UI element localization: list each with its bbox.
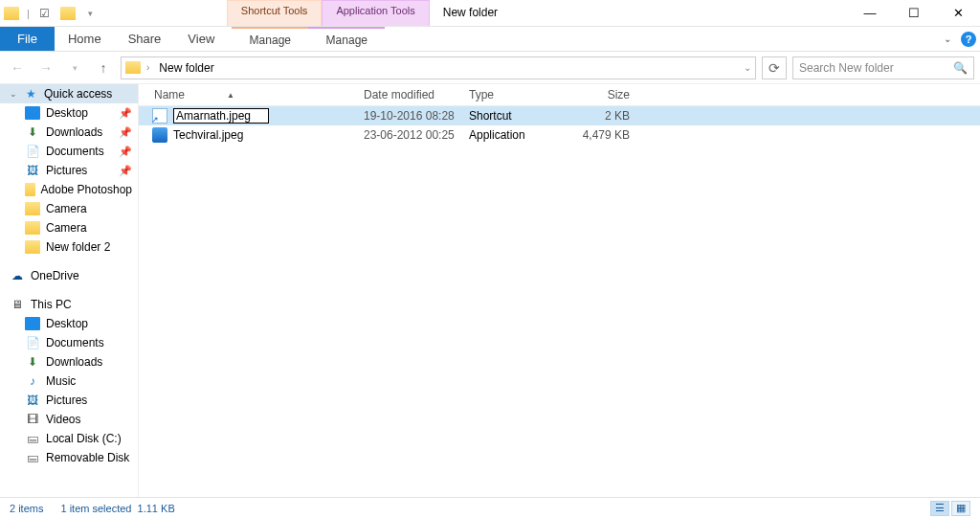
help-button[interactable]: ? bbox=[957, 27, 980, 51]
folder-icon bbox=[25, 202, 40, 215]
application-tools-tab[interactable]: Application Tools bbox=[322, 0, 429, 26]
forward-button[interactable]: → bbox=[34, 56, 57, 79]
manage-application-tab[interactable]: Manage bbox=[308, 27, 385, 51]
thumbnails-view-button[interactable]: ▦ bbox=[951, 501, 970, 516]
file-date: 23-06-2012 00:25 bbox=[364, 128, 469, 142]
share-tab[interactable]: Share bbox=[115, 27, 175, 51]
search-input[interactable] bbox=[799, 61, 953, 75]
documents-icon: 📄 bbox=[25, 336, 40, 349]
sidebar-item-label: Desktop bbox=[46, 106, 88, 120]
search-box[interactable]: 🔍 bbox=[792, 56, 974, 79]
file-tab[interactable]: File bbox=[0, 27, 55, 51]
ribbon-expand-icon[interactable]: ⌄ bbox=[938, 27, 957, 51]
sidebar-item-camera[interactable]: Camera bbox=[0, 218, 138, 237]
sidebar-item-desktop[interactable]: Desktop bbox=[0, 314, 138, 333]
details-view-button[interactable]: ☰ bbox=[930, 501, 949, 516]
column-type[interactable]: Type bbox=[469, 88, 572, 101]
sidebar-item-pictures[interactable]: 🖼Pictures📌 bbox=[0, 161, 138, 180]
downloads-icon: ⬇ bbox=[25, 125, 40, 139]
file-rows: Amarnath.jpeg19-10-2016 08:28Shortcut2 K… bbox=[139, 106, 980, 145]
maximize-button[interactable]: ☐ bbox=[892, 0, 936, 26]
sidebar-item-label: Downloads bbox=[46, 125, 102, 139]
folder-icon bbox=[25, 240, 40, 254]
address-dropdown-icon[interactable]: ⌄ bbox=[744, 62, 751, 73]
manage-shortcut-tab[interactable]: Manage bbox=[232, 27, 308, 51]
new-folder-icon[interactable] bbox=[60, 7, 76, 20]
close-button[interactable]: ✕ bbox=[936, 0, 980, 26]
window-title: New folder bbox=[430, 0, 511, 26]
pin-icon: 📌 bbox=[119, 165, 132, 177]
qat-separator: | bbox=[27, 8, 30, 19]
sidebar-item-documents[interactable]: 📄Documents📌 bbox=[0, 142, 138, 161]
qat-dropdown-icon[interactable]: ▾ bbox=[83, 6, 99, 21]
folder-icon bbox=[25, 183, 35, 196]
quick-access-toolbar: | ☑ ▾ bbox=[0, 0, 102, 26]
search-icon[interactable]: 🔍 bbox=[953, 61, 968, 75]
quick-access-label: Quick access bbox=[44, 87, 112, 101]
address-row: ← → ▾ ↑ › New folder ⌄ ⟳ 🔍 bbox=[0, 52, 980, 84]
breadcrumb-location[interactable]: New folder bbox=[155, 61, 217, 75]
sidebar-item-documents[interactable]: 📄Documents bbox=[0, 333, 138, 352]
sidebar-item-label: Camera bbox=[46, 202, 87, 215]
shortcut-tools-tab[interactable]: Shortcut Tools bbox=[227, 0, 323, 26]
sidebar-item-label: Local Disk (C:) bbox=[46, 432, 122, 445]
disk-icon: 🖴 bbox=[25, 451, 40, 464]
application-file-icon bbox=[152, 127, 167, 143]
navigation-pane[interactable]: ⌄ ★ Quick access Desktop📌⬇Downloads📌📄Doc… bbox=[0, 84, 139, 497]
onedrive-label: OneDrive bbox=[31, 269, 79, 282]
file-row[interactable]: Amarnath.jpeg19-10-2016 08:28Shortcut2 K… bbox=[139, 106, 980, 125]
onedrive-group[interactable]: ☁ OneDrive bbox=[0, 266, 138, 285]
file-type: Shortcut bbox=[469, 109, 572, 123]
sidebar-item-removable-disk[interactable]: 🖴Removable Disk bbox=[0, 448, 138, 467]
column-size[interactable]: Size bbox=[572, 88, 639, 101]
sidebar-item-camera[interactable]: Camera bbox=[0, 199, 138, 218]
chevron-right-icon[interactable]: › bbox=[146, 62, 149, 73]
sidebar-item-pictures[interactable]: 🖼Pictures bbox=[0, 391, 138, 410]
sidebar-item-label: Downloads bbox=[46, 355, 102, 369]
file-row[interactable]: Techviral.jpeg23-06-2012 00:25Applicatio… bbox=[139, 125, 980, 145]
back-button[interactable]: ← bbox=[6, 56, 29, 79]
sidebar-item-desktop[interactable]: Desktop📌 bbox=[0, 103, 138, 123]
downloads-icon: ⬇ bbox=[25, 355, 40, 369]
sidebar-item-videos[interactable]: 🎞Videos bbox=[0, 410, 138, 429]
address-folder-icon bbox=[125, 61, 141, 74]
folder-icon bbox=[4, 7, 19, 20]
properties-icon[interactable]: ☑ bbox=[37, 6, 53, 21]
view-mode-buttons: ☰ ▦ bbox=[930, 501, 970, 516]
column-date[interactable]: Date modified bbox=[364, 88, 469, 101]
documents-icon: 📄 bbox=[25, 145, 40, 158]
sidebar-item-label: Videos bbox=[46, 413, 80, 426]
music-icon: ♪ bbox=[25, 374, 40, 388]
status-bar: 2 items 1 item selected 1.11 KB ☰ ▦ bbox=[0, 497, 980, 518]
status-selected-text: 1 item selected bbox=[60, 503, 131, 514]
sidebar-item-new-folder-2[interactable]: New folder 2 bbox=[0, 237, 138, 257]
sidebar-item-downloads[interactable]: ⬇Downloads bbox=[0, 352, 138, 372]
recent-dropdown-icon[interactable]: ▾ bbox=[63, 56, 86, 79]
sidebar-item-music[interactable]: ♪Music bbox=[0, 372, 138, 391]
address-bar[interactable]: › New folder ⌄ bbox=[121, 56, 756, 79]
folder-icon bbox=[25, 221, 40, 235]
refresh-button[interactable]: ⟳ bbox=[762, 56, 787, 79]
sidebar-item-label: New folder 2 bbox=[46, 240, 110, 254]
shortcut-tools-label: Shortcut Tools bbox=[241, 5, 308, 18]
file-size: 2 KB bbox=[572, 109, 639, 123]
this-pc-group[interactable]: 🖥 This PC bbox=[0, 295, 138, 314]
shortcut-file-icon bbox=[152, 108, 167, 124]
file-list-pane: Name ▲ Date modified Type Size Amarnath.… bbox=[139, 84, 980, 497]
cloud-icon: ☁ bbox=[10, 269, 25, 282]
quick-access-group[interactable]: ⌄ ★ Quick access bbox=[0, 84, 138, 103]
sidebar-item-local-disk-c-[interactable]: 🖴Local Disk (C:) bbox=[0, 429, 138, 448]
minimize-button[interactable]: — bbox=[848, 0, 892, 26]
title-bar: | ☑ ▾ Shortcut Tools Application Tools N… bbox=[0, 0, 980, 27]
home-tab[interactable]: Home bbox=[55, 27, 115, 51]
sidebar-item-label: Pictures bbox=[46, 394, 87, 407]
column-name[interactable]: Name ▲ bbox=[139, 88, 364, 101]
rename-input[interactable]: Amarnath.jpeg bbox=[173, 108, 269, 124]
up-button[interactable]: ↑ bbox=[92, 56, 115, 79]
sidebar-item-adobe-photoshop[interactable]: Adobe Photoshop bbox=[0, 180, 138, 199]
desktop-icon bbox=[25, 106, 40, 120]
sidebar-item-downloads[interactable]: ⬇Downloads📌 bbox=[0, 123, 138, 142]
sidebar-item-label: Desktop bbox=[46, 317, 88, 330]
view-tab[interactable]: View bbox=[174, 27, 228, 51]
pin-icon: 📌 bbox=[119, 146, 132, 158]
